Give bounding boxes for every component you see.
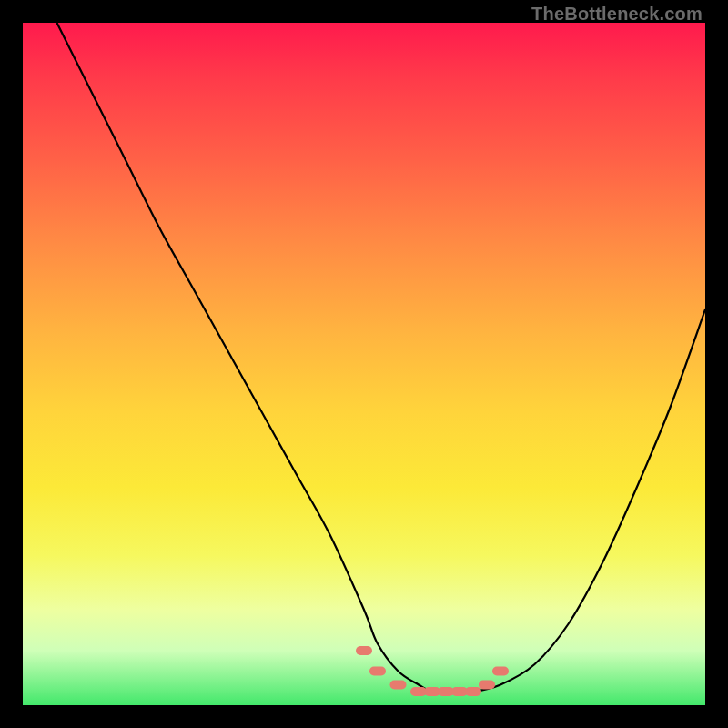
- bottom-marker: [479, 681, 495, 690]
- bottom-marker: [465, 687, 481, 696]
- bottom-marker: [356, 646, 372, 655]
- gradient-background: [23, 23, 705, 705]
- bottom-marker: [438, 687, 454, 696]
- bottleneck-curve-path: [57, 23, 706, 693]
- bottom-marker-group: [356, 646, 509, 696]
- chart-canvas: TheBottleneck.com: [0, 0, 728, 728]
- watermark-text: TheBottleneck.com: [531, 4, 703, 25]
- bottom-marker: [451, 687, 468, 696]
- bottom-marker: [410, 687, 427, 696]
- bottom-marker: [369, 667, 386, 676]
- bottom-marker: [492, 667, 509, 676]
- bottom-marker: [390, 681, 407, 690]
- bottom-marker: [424, 687, 440, 696]
- curve-layer: [23, 23, 705, 705]
